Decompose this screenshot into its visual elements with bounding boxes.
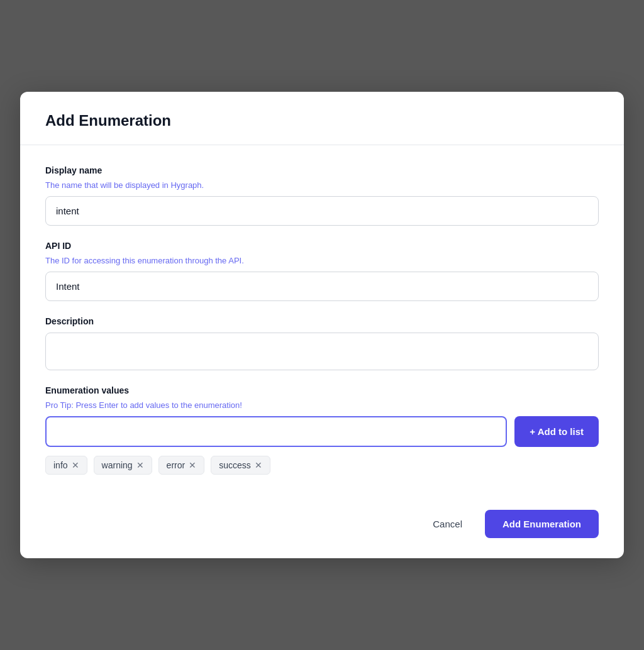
modal-header: Add Enumeration [20, 92, 624, 145]
tag-success: success ✕ [211, 456, 270, 475]
tag-info-remove[interactable]: ✕ [72, 461, 79, 470]
submit-button[interactable]: Add Enumeration [485, 510, 599, 538]
tag-warning: warning ✕ [94, 456, 152, 475]
modal-dialog: Add Enumeration Display name The name th… [20, 92, 624, 558]
display-name-label: Display name [45, 165, 599, 175]
enum-input-row: + Add to list [45, 416, 599, 447]
tag-success-label: success [219, 460, 251, 470]
tag-warning-remove[interactable]: ✕ [136, 461, 144, 470]
tag-info: info ✕ [45, 456, 87, 475]
description-input[interactable] [45, 333, 599, 370]
display-name-input[interactable] [45, 196, 599, 226]
api-id-input[interactable] [45, 272, 599, 301]
display-name-group: Display name The name that will be displ… [45, 165, 599, 226]
description-group: Description [45, 316, 599, 370]
api-id-label: API ID [45, 241, 599, 251]
cancel-button[interactable]: Cancel [420, 511, 475, 537]
display-name-hint: The name that will be displayed in Hygra… [45, 180, 599, 190]
enumeration-values-hint: Pro Tip: Press Enter to add values to th… [45, 400, 599, 410]
tag-error: error ✕ [158, 456, 205, 475]
api-id-hint: The ID for accessing this enumeration th… [45, 256, 599, 265]
tag-error-label: error [167, 460, 186, 470]
enum-value-input[interactable] [45, 416, 507, 447]
enumeration-values-group: Enumeration values Pro Tip: Press Enter … [45, 385, 599, 475]
tag-warning-label: warning [102, 460, 133, 470]
tags-row: info ✕ warning ✕ error ✕ success ✕ [45, 456, 599, 475]
description-label: Description [45, 316, 599, 326]
modal-overlay: Add Enumeration Display name The name th… [0, 0, 644, 650]
modal-title: Add Enumeration [45, 112, 599, 129]
tag-error-remove[interactable]: ✕ [189, 461, 196, 470]
tag-info-label: info [53, 460, 68, 470]
tag-success-remove[interactable]: ✕ [255, 461, 262, 470]
api-id-group: API ID The ID for accessing this enumera… [45, 241, 599, 301]
modal-footer: Cancel Add Enumeration [20, 495, 624, 558]
modal-body: Display name The name that will be displ… [20, 145, 624, 495]
enumeration-values-label: Enumeration values [45, 385, 599, 395]
add-to-list-button[interactable]: + Add to list [514, 416, 599, 447]
